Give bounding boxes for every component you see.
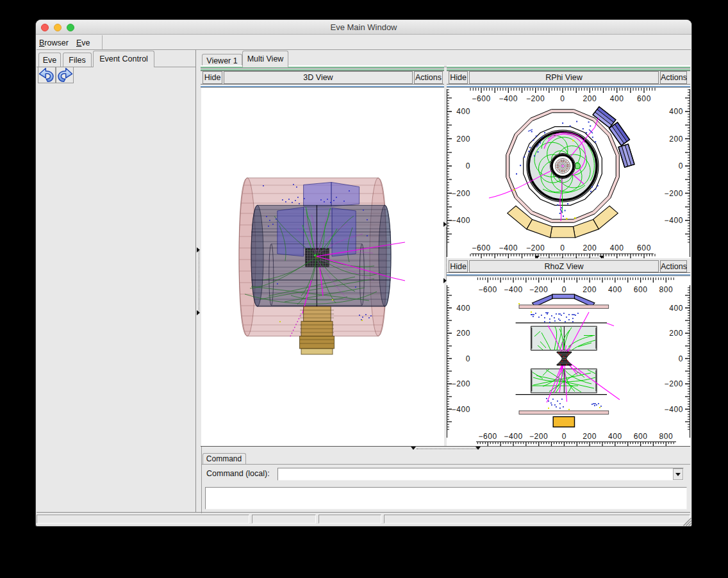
svg-text:−600: −600	[478, 432, 497, 441]
svg-text:200: 200	[669, 135, 683, 144]
svg-text:200: 200	[583, 94, 597, 103]
svg-text:0: 0	[466, 161, 470, 170]
svg-text:−400: −400	[665, 405, 683, 414]
svg-text:−200: −200	[665, 189, 683, 198]
svg-text:600: 600	[634, 432, 648, 441]
svg-text:−200: −200	[452, 189, 470, 198]
svg-text:−400: −400	[499, 94, 518, 103]
svg-text:200: 200	[583, 285, 597, 294]
svg-text:400: 400	[456, 107, 470, 116]
svg-text:200: 200	[456, 135, 470, 144]
svg-text:−400: −400	[452, 216, 470, 225]
svg-text:0: 0	[679, 354, 683, 363]
svg-text:400: 400	[610, 94, 624, 103]
svg-text:400: 400	[456, 304, 470, 313]
svg-text:0: 0	[466, 354, 470, 363]
svg-text:−200: −200	[529, 432, 548, 441]
svg-text:800: 800	[659, 285, 673, 294]
svg-text:−200: −200	[529, 285, 548, 294]
svg-text:−400: −400	[504, 432, 522, 441]
svg-text:−200: −200	[526, 94, 545, 103]
svg-text:−200: −200	[665, 379, 683, 388]
svg-text:400: 400	[610, 244, 624, 252]
svg-text:−600: −600	[478, 285, 497, 294]
svg-text:200: 200	[583, 432, 597, 441]
svg-text:400: 400	[608, 285, 622, 294]
svg-text:800: 800	[659, 432, 673, 441]
svg-text:400: 400	[669, 107, 683, 116]
svg-text:400: 400	[608, 432, 622, 441]
svg-text:200: 200	[456, 329, 470, 338]
svg-text:400: 400	[669, 304, 683, 313]
svg-text:600: 600	[634, 285, 648, 294]
svg-text:−400: −400	[499, 244, 518, 252]
svg-text:200: 200	[583, 244, 597, 252]
svg-text:−200: −200	[452, 379, 470, 388]
svg-text:0: 0	[562, 285, 567, 294]
svg-text:600: 600	[637, 94, 651, 103]
svg-text:−400: −400	[665, 216, 683, 225]
svg-text:−600: −600	[472, 94, 490, 103]
svg-text:−200: −200	[526, 244, 545, 252]
svg-text:200: 200	[669, 329, 683, 338]
svg-text:0: 0	[679, 161, 683, 170]
svg-text:−400: −400	[452, 405, 470, 414]
svg-text:−600: −600	[472, 244, 490, 252]
svg-text:0: 0	[560, 244, 565, 252]
svg-text:−400: −400	[504, 285, 522, 294]
svg-text:600: 600	[637, 244, 651, 252]
svg-text:0: 0	[560, 94, 565, 103]
svg-text:0: 0	[562, 432, 567, 441]
